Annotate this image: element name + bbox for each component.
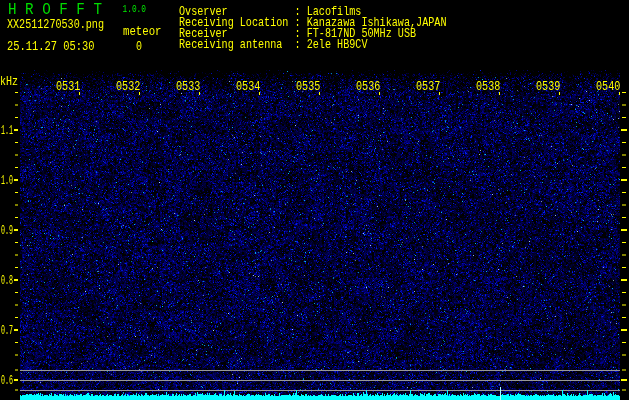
svg-text:1.0.0: 1.0.0 (123, 2, 147, 15)
svg-text:1.0: 1.0 (1, 173, 13, 188)
svg-text:0.7: 0.7 (1, 323, 13, 338)
svg-text:0539: 0539 (536, 79, 560, 94)
svg-text:0533: 0533 (176, 79, 200, 94)
svg-text:0534: 0534 (236, 79, 260, 94)
svg-text:0535: 0535 (296, 79, 320, 94)
svg-text:1.1: 1.1 (1, 123, 13, 138)
svg-text:XX2511270530.png: XX2511270530.png (7, 17, 104, 32)
svg-text:0.6: 0.6 (1, 373, 13, 388)
svg-text:Receiving antenna : 2ele HB9C: Receiving antenna : 2ele HB9CV (179, 37, 368, 52)
svg-text:meteor: meteor (123, 24, 162, 39)
svg-text:25.11.27 05:30: 25.11.27 05:30 (7, 39, 95, 54)
svg-text:0532: 0532 (116, 79, 140, 94)
svg-text:0538: 0538 (476, 79, 500, 94)
svg-text:kHz: kHz (0, 74, 18, 89)
svg-text:0: 0 (136, 39, 142, 54)
svg-text:0531: 0531 (56, 79, 80, 94)
svg-text:0536: 0536 (356, 79, 380, 94)
svg-text:0537: 0537 (416, 79, 440, 94)
svg-text:0540: 0540 (596, 79, 620, 94)
svg-text:0.8: 0.8 (1, 273, 13, 288)
svg-text:0.9: 0.9 (1, 223, 13, 238)
